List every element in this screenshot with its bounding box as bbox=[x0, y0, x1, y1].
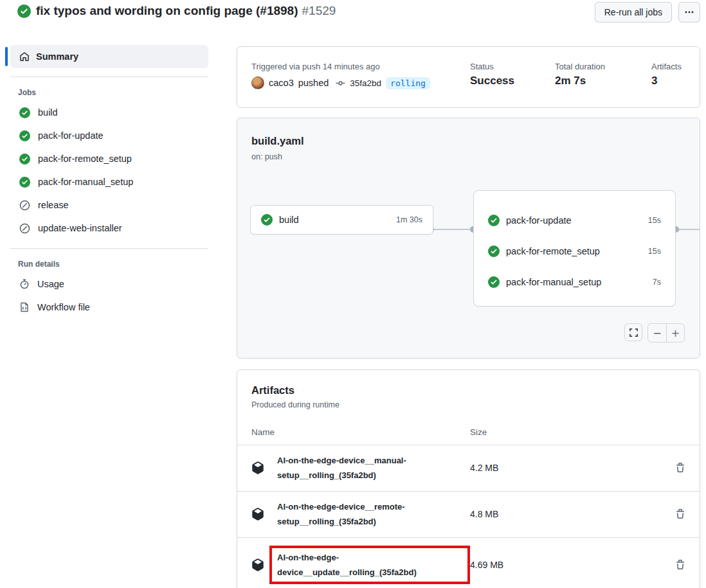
workflow-file-name: build.yaml bbox=[251, 135, 304, 147]
run-title: fix typos and wording on config page (#1… bbox=[36, 4, 298, 17]
column-header-size: Size bbox=[470, 427, 660, 437]
artifacts-title: Artifacts bbox=[251, 384, 685, 396]
graph-node-build[interactable]: build 1m 30s bbox=[250, 205, 433, 235]
job-label: pack-for-manual_setup bbox=[38, 177, 133, 187]
artifact-size: 4.8 MB bbox=[470, 509, 660, 519]
status-label: Status bbox=[470, 62, 514, 71]
run-details-section-label: Run details bbox=[18, 260, 219, 269]
job-duration: 1m 30s bbox=[396, 215, 422, 224]
commit-sha[interactable]: 35fa2bd bbox=[350, 78, 381, 88]
artifact-size: 4.69 MB bbox=[470, 560, 660, 570]
package-icon bbox=[251, 508, 277, 521]
job-label: update-web-installer bbox=[38, 223, 122, 233]
zoom-control: − + bbox=[647, 323, 685, 343]
check-circle-icon bbox=[19, 154, 30, 165]
package-icon bbox=[251, 461, 277, 474]
check-circle-icon bbox=[488, 245, 500, 257]
check-circle-icon bbox=[488, 276, 500, 288]
run-header: fix typos and wording on config page (#1… bbox=[0, 0, 706, 36]
job-label: build bbox=[279, 215, 299, 225]
graph-node-pack-for-update[interactable]: pack-for-update 15s bbox=[474, 205, 675, 236]
duration-value: 2m 7s bbox=[555, 75, 605, 87]
sidebar-item-usage[interactable]: Usage bbox=[0, 272, 219, 296]
artifacts-subtitle: Produced during runtime bbox=[251, 400, 685, 409]
connector-line bbox=[430, 229, 474, 230]
rerun-all-jobs-button[interactable]: Re-run all jobs bbox=[595, 2, 672, 22]
sidebar-item-summary[interactable]: Summary bbox=[10, 45, 208, 68]
delete-artifact-button[interactable] bbox=[675, 509, 685, 519]
job-label: release bbox=[38, 200, 69, 210]
column-header-name: Name bbox=[251, 427, 470, 437]
sidebar-job-pack-for-update[interactable]: pack-for-update bbox=[0, 124, 219, 147]
divider bbox=[10, 76, 208, 77]
branch-badge[interactable]: rolling bbox=[386, 77, 430, 89]
artifact-name-link[interactable]: AI-on-the-edge-device__manual-setup__rol… bbox=[277, 456, 406, 480]
page-title: fix typos and wording on config page (#1… bbox=[36, 4, 336, 18]
stopwatch-icon bbox=[19, 279, 30, 289]
sidebar-job-pack-for-manual-setup[interactable]: pack-for-manual_setup bbox=[0, 170, 219, 193]
status-value: Success bbox=[470, 75, 514, 87]
job-duration: 15s bbox=[648, 216, 661, 225]
workflow-file-label: Workflow file bbox=[37, 302, 90, 312]
artifact-size: 4.2 MB bbox=[470, 463, 660, 473]
sidebar-job-build[interactable]: build bbox=[0, 101, 219, 124]
delete-artifact-button[interactable] bbox=[675, 560, 685, 570]
run-success-icon bbox=[17, 4, 31, 18]
sidebar-job-update-web-installer[interactable]: update-web-installer bbox=[0, 217, 219, 240]
connector-line bbox=[676, 229, 700, 230]
actor-name[interactable]: caco3 bbox=[269, 78, 294, 88]
more-options-button[interactable] bbox=[678, 2, 700, 22]
job-label: build bbox=[38, 107, 58, 118]
active-tab-accent-bar bbox=[5, 47, 8, 66]
job-label: pack-for-remote_setup bbox=[506, 246, 600, 256]
artifacts-count-label: Artifacts bbox=[651, 62, 682, 71]
trigger-line: Triggered via push 14 minutes ago bbox=[251, 62, 430, 71]
run-summary-card: Triggered via push 14 minutes ago caco3 … bbox=[237, 46, 700, 108]
zoom-in-button[interactable]: + bbox=[666, 324, 684, 342]
check-circle-icon bbox=[19, 130, 30, 141]
sidebar-job-release[interactable]: release bbox=[0, 193, 219, 217]
jobs-section-label: Jobs bbox=[18, 88, 219, 97]
skipped-icon bbox=[19, 200, 30, 211]
usage-label: Usage bbox=[37, 279, 64, 289]
check-circle-icon bbox=[19, 107, 30, 118]
graph-node-pack-for-manual-setup[interactable]: pack-for-manual_setup 7s bbox=[474, 267, 675, 298]
fit-view-button[interactable] bbox=[624, 323, 642, 341]
sidebar-job-pack-for-remote-setup[interactable]: pack-for-remote_setup bbox=[0, 147, 219, 170]
divider bbox=[10, 248, 208, 249]
artifact-row: AI-on-the-edge-device__manual-setup__rol… bbox=[237, 445, 700, 491]
artifact-row: AI-on-the-edge-device__update__rolling_(… bbox=[237, 537, 700, 588]
check-circle-icon bbox=[488, 215, 500, 226]
workflow-trigger: on: push bbox=[251, 152, 282, 161]
graph-node-pack-for-remote-setup[interactable]: pack-for-remote_setup 15s bbox=[474, 236, 675, 267]
file-code-icon bbox=[19, 302, 30, 312]
skipped-icon bbox=[19, 223, 30, 234]
artifact-row: AI-on-the-edge-device__remote-setup__rol… bbox=[237, 491, 700, 537]
sidebar: Summary Jobs build pack-for-update pack-… bbox=[0, 40, 219, 319]
commit-icon bbox=[336, 78, 345, 88]
sidebar-item-workflow-file[interactable]: Workflow file bbox=[0, 296, 219, 319]
avatar[interactable] bbox=[251, 76, 264, 89]
artifact-name-link-highlighted[interactable]: AI-on-the-edge-device__update__rolling_(… bbox=[269, 546, 470, 585]
workflow-graph-card: build.yaml on: push build 1m 30s pack-fo… bbox=[237, 118, 700, 359]
job-label: pack-for-update bbox=[38, 130, 104, 141]
duration-label: Total duration bbox=[555, 62, 605, 71]
check-circle-icon bbox=[19, 177, 30, 188]
graph-node-pack-group: pack-for-update 15s pack-for-remote_setu… bbox=[473, 190, 676, 307]
push-action: pushed bbox=[298, 78, 329, 88]
artifact-name-link[interactable]: AI-on-the-edge-device__remote-setup__rol… bbox=[277, 502, 405, 526]
zoom-out-button[interactable]: − bbox=[648, 324, 666, 342]
kebab-icon bbox=[684, 7, 694, 17]
job-duration: 15s bbox=[648, 247, 661, 256]
job-label: pack-for-update bbox=[506, 215, 572, 226]
check-circle-icon bbox=[261, 214, 273, 226]
run-number: #1529 bbox=[302, 4, 336, 17]
job-label: pack-for-remote_setup bbox=[38, 154, 132, 164]
home-icon bbox=[19, 51, 30, 62]
job-duration: 7s bbox=[653, 278, 661, 287]
artifacts-card: Artifacts Produced during runtime Name S… bbox=[237, 370, 700, 588]
expand-icon bbox=[629, 328, 638, 337]
delete-artifact-button[interactable] bbox=[675, 463, 685, 473]
summary-label: Summary bbox=[36, 51, 78, 62]
artifacts-count-value: 3 bbox=[651, 75, 682, 87]
